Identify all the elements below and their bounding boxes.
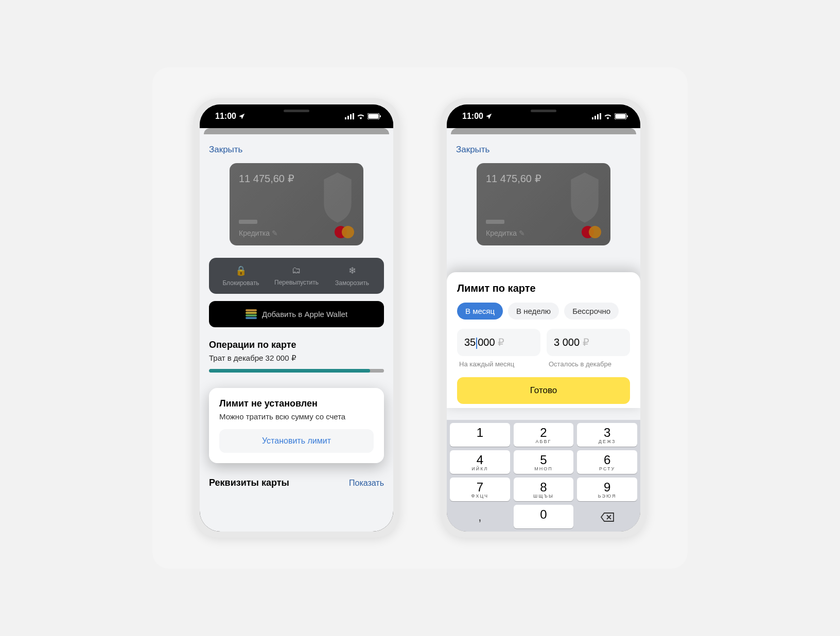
chip-unlimited[interactable]: Бессрочно <box>564 303 619 320</box>
numeric-keypad: 1 2АБВГ 3ДЕЖЗ 4ИЙКЛ 5МНОП 6РСТУ 7ФХЦЧ 8Ш… <box>447 420 640 532</box>
key-comma[interactable]: , <box>450 505 510 528</box>
key-8[interactable]: 8ШЩЪЫ <box>514 478 574 501</box>
svg-rect-6 <box>380 115 381 117</box>
key-5[interactable]: 5МНОП <box>514 450 574 474</box>
bank-crest-icon <box>317 168 358 225</box>
key-7[interactable]: 7ФХЦЧ <box>450 478 510 501</box>
reissue-button[interactable]: 🗂 Перевыпустить <box>269 265 324 287</box>
svg-rect-10 <box>600 113 601 119</box>
freeze-button[interactable]: ❄ Заморозить <box>324 265 380 287</box>
card-type-label: Кредитка ✎ <box>486 229 525 237</box>
done-button[interactable]: Готово <box>457 377 630 404</box>
svg-rect-13 <box>627 115 628 117</box>
show-link[interactable]: Показать <box>349 479 384 488</box>
key-9[interactable]: 9ЬЭЮЯ <box>577 478 637 501</box>
notch <box>497 104 590 119</box>
period-chips: В месяц В неделю Бессрочно <box>457 303 630 320</box>
chip-month[interactable]: В месяц <box>457 303 503 320</box>
operations-title: Операции по карте <box>209 340 384 350</box>
svg-rect-2 <box>350 114 352 119</box>
limit-amount-input[interactable]: 35000 ₽ <box>457 329 540 356</box>
wallet-icon <box>246 309 257 319</box>
sheet-title: Лимит по карте <box>457 282 630 294</box>
key-backspace[interactable] <box>577 505 637 528</box>
input-label-monthly: На каждый месяц <box>457 360 540 368</box>
phone-right: 11:00 Закрыть 11 475,60 ₽ <box>441 98 646 538</box>
card-number-mask <box>486 220 504 224</box>
svg-rect-9 <box>597 114 599 119</box>
block-button[interactable]: 🔒 Блокировать <box>213 265 269 287</box>
key-1[interactable]: 1 <box>450 423 510 447</box>
limit-sheet: Лимит по карте В месяц В неделю Бессрочн… <box>447 272 640 408</box>
card-visual[interactable]: 11 475,60 ₽ Кредитка ✎ <box>230 163 363 245</box>
bank-crest-icon <box>564 168 605 225</box>
close-button[interactable]: Закрыть <box>456 140 631 163</box>
wifi-icon <box>604 113 612 119</box>
limit-subtitle: Можно тратить всю сумму со счета <box>219 412 374 421</box>
spend-progress <box>209 369 384 373</box>
key-3[interactable]: 3ДЕЖЗ <box>577 423 637 447</box>
limit-prompt-card: Лимит не установлен Можно тратить всю су… <box>209 388 384 463</box>
details-title: Реквизиты карты <box>209 478 289 488</box>
card-type-label: Кредитка ✎ <box>239 229 278 237</box>
status-time: 11:00 <box>215 112 236 121</box>
battery-icon <box>367 113 381 119</box>
text-cursor <box>476 338 477 349</box>
key-4[interactable]: 4ИЙКЛ <box>450 450 510 474</box>
backspace-icon <box>600 512 615 522</box>
chip-week[interactable]: В неделю <box>508 303 559 320</box>
key-6[interactable]: 6РСТУ <box>577 450 637 474</box>
svg-rect-7 <box>592 117 593 119</box>
location-icon <box>485 113 493 120</box>
phone-left: 11:00 Закрыть 11 475,60 ₽ <box>194 98 399 538</box>
status-time: 11:00 <box>462 112 483 121</box>
operations-subtitle: Трат в декабре 32 000 ₽ <box>209 354 384 363</box>
mastercard-icon <box>335 226 354 238</box>
close-button[interactable]: Закрыть <box>209 140 384 163</box>
signal-icon <box>592 113 601 119</box>
lock-icon: 🔒 <box>213 265 269 276</box>
card-visual[interactable]: 11 475,60 ₽ Кредитка ✎ <box>477 163 610 245</box>
snowflake-icon: ❄ <box>324 265 380 276</box>
operations-section[interactable]: Операции по карте Трат в декабре 32 000 … <box>209 340 384 373</box>
card-number-mask <box>239 220 257 224</box>
location-icon <box>238 113 246 120</box>
remaining-amount-display: 3 000 ₽ <box>547 329 630 356</box>
mockup-stage: 11:00 Закрыть 11 475,60 ₽ <box>152 67 688 569</box>
set-limit-button[interactable]: Установить лимит <box>219 429 374 453</box>
limit-title: Лимит не установлен <box>219 398 374 409</box>
svg-rect-0 <box>345 117 346 119</box>
mastercard-icon <box>582 226 601 238</box>
input-label-remaining: Осталось в декабре <box>547 360 630 368</box>
card-details-row[interactable]: Реквизиты карты Показать <box>209 473 384 492</box>
svg-rect-1 <box>347 116 349 119</box>
battery-icon <box>615 113 628 119</box>
reissue-icon: 🗂 <box>269 265 324 276</box>
apple-wallet-button[interactable]: Добавить в Apple Wallet <box>209 301 384 327</box>
svg-rect-5 <box>369 114 379 119</box>
key-2[interactable]: 2АБВГ <box>514 423 574 447</box>
notch <box>250 104 343 119</box>
svg-rect-8 <box>594 116 596 119</box>
signal-icon <box>345 113 354 119</box>
svg-rect-3 <box>353 113 354 119</box>
wifi-icon <box>357 113 365 119</box>
svg-rect-12 <box>616 114 626 119</box>
key-0[interactable]: 0. <box>514 505 574 528</box>
card-actions: 🔒 Блокировать 🗂 Перевыпустить ❄ Заморози… <box>209 258 384 294</box>
